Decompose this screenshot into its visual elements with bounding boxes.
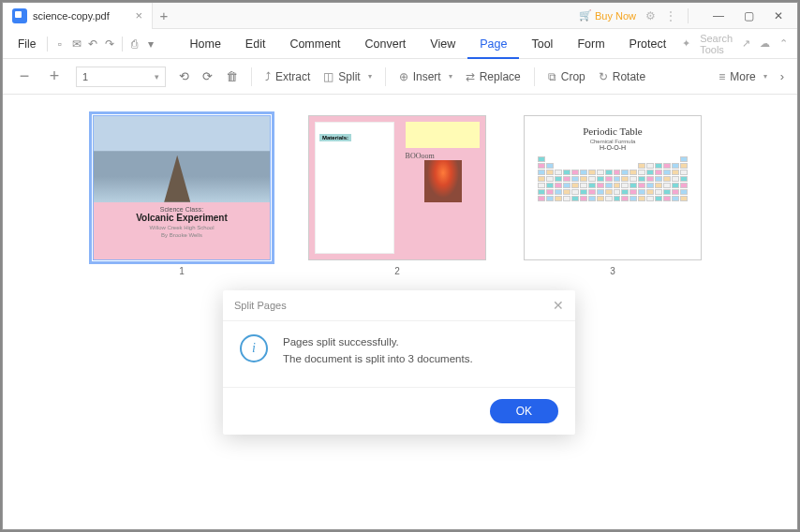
share-icon[interactable]: ↗	[742, 37, 750, 50]
chevron-right-icon[interactable]: ›	[780, 69, 784, 83]
close-window-button[interactable]: ✕	[767, 9, 790, 22]
divider	[534, 67, 535, 86]
dialog-title: Split Pages	[234, 300, 287, 311]
crop-icon: ⧉	[548, 70, 556, 83]
dialog-header: Split Pages ✕	[223, 290, 575, 320]
menu-edit[interactable]: Edit	[233, 29, 278, 59]
buy-now-link[interactable]: Buy Now	[579, 9, 636, 22]
titlebar: science-copy.pdf × + Buy Now ⚙ ⋮ ― ▢ ✕	[3, 3, 797, 29]
menu-form[interactable]: Form	[565, 29, 616, 59]
thumb1-text: Science Class: Volcanic Experiment Willo…	[94, 202, 270, 259]
more-button[interactable]: ≡More	[719, 70, 766, 83]
redo-icon[interactable]: ↷	[103, 36, 116, 52]
extract-button[interactable]: ⤴Extract	[265, 70, 310, 83]
page-number-3: 3	[610, 266, 615, 276]
page-canvas: Science Class: Volcanic Experiment Willo…	[3, 95, 797, 529]
save-icon[interactable]: ▫	[53, 36, 67, 52]
page-number-1: 1	[179, 266, 185, 276]
more-icon: ≡	[719, 70, 725, 83]
chevron-down-icon[interactable]: ▾	[144, 36, 157, 52]
thumb2-left: Materials:	[315, 122, 394, 254]
menu-home[interactable]: Home	[178, 29, 233, 59]
page-number-input[interactable]: 1	[76, 66, 166, 87]
maximize-button[interactable]: ▢	[737, 9, 760, 22]
split-pages-dialog: Split Pages ✕ i Pages split successfully…	[223, 290, 575, 435]
zoom-out-button[interactable]: −	[16, 66, 33, 86]
delete-icon[interactable]: 🗑	[226, 69, 238, 83]
document-tab[interactable]: science-copy.pdf ×	[3, 3, 153, 29]
search-tools-input[interactable]: Search Tools	[700, 33, 733, 55]
divider	[385, 67, 386, 86]
mail-icon[interactable]: ✉	[70, 36, 83, 52]
rotate-icon: ↻	[599, 70, 608, 83]
insert-icon: ⊕	[399, 70, 408, 83]
page-thumbnail-1[interactable]: Science Class: Volcanic Experiment Willo…	[93, 115, 271, 260]
collapse-icon[interactable]: ⌃	[779, 37, 788, 50]
rotate-left-icon[interactable]: ⟲	[179, 69, 189, 83]
rotate-right-icon[interactable]: ⟳	[202, 69, 213, 83]
divider	[688, 8, 689, 23]
rotate-button[interactable]: ↻Rotate	[599, 70, 645, 83]
new-tab-button[interactable]: +	[153, 7, 175, 23]
replace-icon: ⇄	[466, 70, 475, 83]
menu-protect[interactable]: Protect	[617, 29, 679, 59]
print-icon[interactable]: ⎙	[127, 36, 141, 52]
insert-button[interactable]: ⊕Insert	[399, 70, 452, 83]
thumb-wrap-1: Science Class: Volcanic Experiment Willo…	[93, 115, 271, 276]
menu-comment[interactable]: Comment	[277, 29, 352, 59]
thumb-wrap-2: Materials: BOOoom 2	[308, 115, 486, 276]
undo-icon[interactable]: ↶	[86, 36, 99, 52]
cloud-icon[interactable]: ☁	[760, 37, 770, 50]
menu-page[interactable]: Page	[467, 29, 519, 59]
page-thumbnails: Science Class: Volcanic Experiment Willo…	[16, 115, 784, 276]
main-menu: Home Edit Comment Convert View Page Tool…	[178, 29, 679, 59]
divider	[47, 37, 48, 52]
wand-icon[interactable]: ✦	[682, 37, 690, 50]
page-toolbar: − + 1 ⟲ ⟳ 🗑 ⤴Extract ◫Split ⊕Insert ⇄Rep…	[3, 59, 797, 95]
crop-button[interactable]: ⧉Crop	[548, 70, 585, 83]
menubar-right: ✦ Search Tools ↗ ☁ ⌃	[682, 33, 788, 55]
page-thumbnail-2[interactable]: Materials: BOOoom	[308, 115, 486, 260]
document-tab-name: science-copy.pdf	[33, 10, 110, 22]
menu-tool[interactable]: Tool	[519, 29, 565, 59]
split-button[interactable]: ◫Split	[323, 70, 371, 83]
minimize-button[interactable]: ―	[707, 9, 730, 22]
app-logo-icon	[12, 8, 27, 23]
settings-icon[interactable]: ⚙	[645, 9, 656, 22]
zoom-in-button[interactable]: +	[46, 66, 63, 86]
divider	[122, 37, 123, 52]
periodic-grid	[534, 156, 691, 201]
app-window: science-copy.pdf × + Buy Now ⚙ ⋮ ― ▢ ✕ F…	[2, 2, 798, 530]
menu-dots-icon[interactable]: ⋮	[665, 9, 676, 22]
thumb-wrap-3: Periodic Table Chemical Formula H-O-O-H …	[524, 115, 702, 276]
split-icon: ◫	[323, 70, 333, 83]
close-tab-icon[interactable]: ×	[135, 8, 142, 22]
page-thumbnail-3[interactable]: Periodic Table Chemical Formula H-O-O-H	[524, 115, 702, 260]
replace-button[interactable]: ⇄Replace	[466, 70, 521, 83]
thumb1-image	[94, 116, 270, 202]
window-controls: ― ▢ ✕	[707, 9, 790, 22]
info-icon: i	[240, 334, 268, 362]
dialog-footer: OK	[223, 388, 575, 435]
dialog-message: Pages split successfully. The document i…	[283, 334, 473, 368]
titlebar-right: Buy Now ⚙ ⋮ ― ▢ ✕	[579, 8, 797, 23]
thumb2-right: BOOoom	[400, 116, 485, 259]
extract-icon: ⤴	[265, 70, 271, 83]
page-number-2: 2	[394, 266, 400, 276]
divider	[251, 67, 252, 86]
dialog-body: i Pages split successfully. The document…	[223, 320, 575, 388]
ok-button[interactable]: OK	[490, 399, 558, 423]
file-menu[interactable]: File	[12, 37, 41, 51]
menubar: File ▫ ✉ ↶ ↷ ⎙ ▾ Home Edit Comment Conve…	[3, 29, 797, 59]
menu-view[interactable]: View	[418, 29, 467, 59]
dialog-close-icon[interactable]: ✕	[553, 298, 564, 313]
menu-convert[interactable]: Convert	[353, 29, 419, 59]
